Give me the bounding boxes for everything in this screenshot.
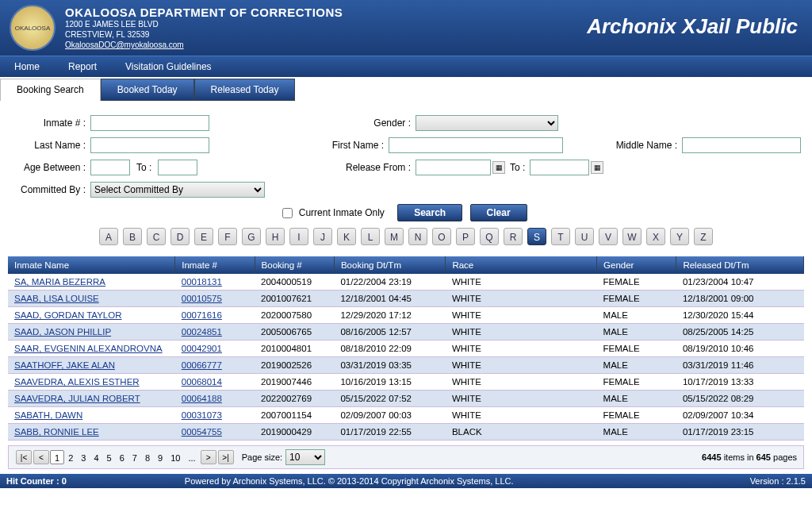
inmate-name-link[interactable]: SAATHOFF, JAKE ALAN xyxy=(14,360,115,370)
alpha-k[interactable]: K xyxy=(337,228,356,245)
inmate-num-link[interactable]: 00018131 xyxy=(182,277,222,287)
addr-line1: 1200 E JAMES LEE BLVD xyxy=(65,19,343,29)
inmate-name-link[interactable]: SA, MARIA BEZERRA xyxy=(14,277,105,287)
inmate-name-link[interactable]: SAAD, JASON PHILLIP xyxy=(14,327,111,337)
page-1[interactable]: 1 xyxy=(50,450,64,464)
table-row: SAATHOFF, JAKE ALAN00066777201900252603/… xyxy=(8,357,804,374)
inmate-name-link[interactable]: SAAVEDRA, ALEXIS ESTHER xyxy=(14,377,140,387)
alpha-c[interactable]: C xyxy=(147,228,166,245)
menu-item-visitation-guidelines[interactable]: Visitation Guidelines xyxy=(111,56,226,77)
dept-title: OKALOOSA DEPARTMENT OF CORRECTIONS xyxy=(65,6,343,19)
page-9[interactable]: 9 xyxy=(154,451,167,465)
committed-by-select[interactable]: Select Committed By xyxy=(90,182,265,198)
alpha-a[interactable]: A xyxy=(99,228,118,245)
alpha-i[interactable]: I xyxy=(289,228,308,245)
inmate-name-link[interactable]: SAAD, GORDAN TAYLOR xyxy=(14,310,121,320)
col-header[interactable]: Booking Dt/Tm xyxy=(334,256,445,274)
col-header[interactable]: Released Dt/Tm xyxy=(676,256,804,274)
col-header[interactable]: Inmate Name xyxy=(8,256,175,274)
release-from-input[interactable] xyxy=(416,160,491,175)
inmate-num-link[interactable]: 00054755 xyxy=(182,427,222,437)
alpha-d[interactable]: D xyxy=(170,228,190,245)
alpha-b[interactable]: B xyxy=(123,228,142,245)
inmate-name-link[interactable]: SAAR, EVGENIN ALEXANDROVNA xyxy=(14,344,163,353)
inmate-num-link[interactable]: 00024851 xyxy=(182,327,222,337)
contact-email-link[interactable]: OkaloosaDOC@myokaloosa.com xyxy=(65,40,184,49)
alpha-v[interactable]: V xyxy=(599,228,618,245)
alpha-r[interactable]: R xyxy=(504,228,523,245)
age-from-input[interactable] xyxy=(90,160,130,175)
page-6[interactable]: 6 xyxy=(116,451,128,465)
county-seal-icon: OKALOOSA xyxy=(10,5,56,51)
alpha-u[interactable]: U xyxy=(575,228,594,245)
table-row: SAAVEDRA, ALEXIS ESTHER00068014201900744… xyxy=(8,374,804,391)
alpha-m[interactable]: M xyxy=(385,228,404,245)
current-inmate-checkbox[interactable] xyxy=(282,208,293,218)
prev-page-button[interactable]: < xyxy=(33,450,49,464)
inmate-num-input[interactable] xyxy=(90,115,209,131)
col-header[interactable]: Booking # xyxy=(255,256,334,274)
release-to-input[interactable] xyxy=(530,160,589,175)
inmate-num-link[interactable]: 00071616 xyxy=(182,310,222,320)
page-size-select[interactable]: 10 xyxy=(285,449,325,465)
search-button[interactable]: Search xyxy=(397,204,462,221)
alpha-t[interactable]: T xyxy=(551,228,570,245)
tab-booked-today[interactable]: Booked Today xyxy=(101,79,194,101)
calendar-icon[interactable]: ▦ xyxy=(492,161,505,174)
footer-bar: Hit Counter : 0 Powered by Archonix Syst… xyxy=(0,474,812,488)
page-3[interactable]: 3 xyxy=(77,451,90,465)
inmate-num-link[interactable]: 00031073 xyxy=(182,410,222,420)
calendar-icon[interactable]: ▦ xyxy=(591,161,603,174)
age-to-input[interactable] xyxy=(158,160,197,175)
menu-item-home[interactable]: Home xyxy=(0,56,54,77)
inmate-name-link[interactable]: SAAVEDRA, JULIAN ROBERT xyxy=(14,394,140,403)
inmate-num-link[interactable]: 00066777 xyxy=(182,360,222,370)
alpha-q[interactable]: Q xyxy=(480,228,499,245)
alpha-x[interactable]: X xyxy=(646,228,665,245)
alpha-p[interactable]: P xyxy=(456,228,475,245)
inmate-name-link[interactable]: SABATH, DAWN xyxy=(14,410,82,420)
middle-name-input[interactable] xyxy=(682,137,801,153)
alpha-n[interactable]: N xyxy=(408,228,427,245)
inmate-num-link[interactable]: 00068014 xyxy=(182,377,222,387)
page-7[interactable]: 7 xyxy=(128,451,141,465)
page-...[interactable]: ... xyxy=(184,451,199,465)
release-from-label: Release From : xyxy=(328,162,416,173)
alpha-z[interactable]: Z xyxy=(694,228,713,245)
next-page-button[interactable]: > xyxy=(201,450,216,464)
inmate-name-link[interactable]: SABB, RONNIE LEE xyxy=(14,427,99,437)
alpha-l[interactable]: L xyxy=(361,228,380,245)
alpha-f[interactable]: F xyxy=(218,228,237,245)
page-8[interactable]: 8 xyxy=(141,451,154,465)
alpha-g[interactable]: G xyxy=(242,228,261,245)
inmate-num-link[interactable]: 00064188 xyxy=(182,394,222,403)
alpha-o[interactable]: O xyxy=(432,228,451,245)
clear-button[interactable]: Clear xyxy=(470,204,527,221)
tab-released-today[interactable]: Released Today xyxy=(194,79,296,101)
alpha-j[interactable]: J xyxy=(313,228,332,245)
table-row: SAAD, JASON PHILLIP00024851200500676508/… xyxy=(8,324,804,341)
page-2[interactable]: 2 xyxy=(64,451,77,465)
inmate-num-link[interactable]: 00042901 xyxy=(182,344,222,353)
col-header[interactable]: Race xyxy=(446,256,597,274)
last-page-button[interactable]: >| xyxy=(218,450,234,464)
alpha-y[interactable]: Y xyxy=(670,228,689,245)
page-5[interactable]: 5 xyxy=(103,451,116,465)
col-header[interactable]: Gender xyxy=(597,256,676,274)
inmate-num-link[interactable]: 00010575 xyxy=(182,294,222,303)
first-name-input[interactable] xyxy=(389,137,563,153)
inmate-name-link[interactable]: SAAB, LISA LOUISE xyxy=(14,294,99,303)
tab-booking-search[interactable]: Booking Search xyxy=(0,79,101,101)
menu-item-report[interactable]: Report xyxy=(54,56,111,77)
page-10[interactable]: 10 xyxy=(167,451,184,465)
col-header[interactable]: Inmate # xyxy=(175,256,255,274)
alpha-s[interactable]: S xyxy=(527,228,546,245)
gender-select[interactable] xyxy=(416,115,558,131)
alpha-e[interactable]: E xyxy=(194,228,213,245)
alpha-filter: ABCDEFGHIJKLMNOPQRSTUVWXYZ xyxy=(11,228,801,245)
alpha-h[interactable]: H xyxy=(266,228,285,245)
first-page-button[interactable]: |< xyxy=(16,450,32,464)
page-4[interactable]: 4 xyxy=(90,451,102,465)
last-name-input[interactable] xyxy=(90,137,209,153)
alpha-w[interactable]: W xyxy=(622,228,642,245)
